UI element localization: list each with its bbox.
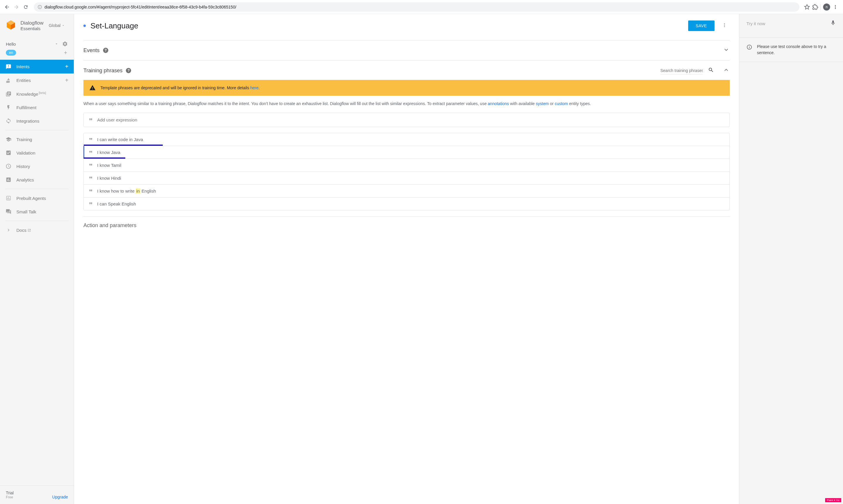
trial-section: Trial Free Upgrade — [0, 486, 74, 504]
nav-smalltalk[interactable]: Small Talk — [0, 205, 74, 218]
nav-prebuilt[interactable]: Prebuilt Agents — [0, 192, 74, 205]
phrase-text: I know Java — [97, 150, 120, 155]
nav-validation[interactable]: Validation — [0, 146, 74, 160]
chrome-menu-icon[interactable] — [832, 4, 838, 10]
arrow-right-icon — [14, 4, 19, 10]
help-icon[interactable]: ? — [103, 48, 108, 53]
agent-name[interactable]: Hello — [6, 41, 16, 47]
training-description: When a user says something similar to a … — [84, 101, 730, 107]
add-lang[interactable] — [63, 50, 68, 55]
paintx-badge: Paint X lite — [825, 498, 841, 502]
help-icon[interactable]: ? — [126, 68, 131, 73]
add-expression[interactable] — [84, 113, 730, 127]
expand-events[interactable] — [723, 46, 730, 54]
url-bar[interactable]: dialogflow.cloud.google.com/#/agent/mypr… — [34, 2, 800, 12]
custom-link[interactable]: custom — [555, 101, 568, 106]
lang-badge[interactable]: en — [6, 50, 16, 56]
search-phrases-input[interactable] — [660, 67, 703, 74]
action-section: Action and parameters — [84, 216, 730, 229]
star-icon[interactable] — [804, 4, 810, 10]
chevron-up-icon — [723, 67, 730, 73]
phrase-text: I know how to write in English — [97, 188, 156, 194]
external-link-icon — [28, 229, 31, 232]
browser-forward[interactable] — [12, 2, 21, 12]
nav-training[interactable]: Training — [0, 132, 74, 146]
add-entity[interactable]: + — [65, 77, 69, 84]
test-hint: Please use test console above to try a s… — [739, 37, 843, 62]
agent-settings[interactable] — [62, 41, 68, 47]
phrase-item[interactable]: I know Tamil — [84, 159, 730, 172]
try-it-input[interactable]: Try it now — [747, 21, 830, 26]
arrow-left-icon — [4, 4, 10, 10]
nav-integrations[interactable]: Integrations — [0, 114, 74, 128]
region-selector[interactable]: Global — [49, 23, 65, 28]
warning-icon — [89, 85, 96, 91]
section-title: Action and parameters — [84, 222, 137, 229]
add-intent[interactable]: + — [65, 63, 69, 70]
profile-avatar[interactable]: n — [823, 3, 830, 11]
phrase-item[interactable]: I know Java — [84, 146, 730, 159]
nav-label: Analytics — [16, 177, 69, 182]
entity-highlight[interactable]: in — [136, 188, 141, 194]
unsaved-indicator — [84, 24, 86, 27]
mic-button[interactable] — [830, 20, 836, 27]
phrase-text: I can write code in Java — [97, 137, 143, 142]
nav-entities[interactable]: Entities + — [0, 73, 74, 87]
intent-menu[interactable] — [719, 20, 730, 32]
site-settings-icon — [37, 5, 42, 10]
nav-label: Entities — [16, 78, 60, 83]
warning-link[interactable]: here — [250, 86, 258, 90]
save-button[interactable]: SAVE — [688, 20, 715, 31]
training-icon — [5, 136, 12, 143]
dialogflow-logo-icon — [5, 19, 17, 32]
chevron-down-icon — [723, 46, 730, 53]
mic-icon — [830, 20, 836, 26]
logo-title: Dialogflow — [20, 20, 43, 26]
annotations-link[interactable]: annotations — [488, 101, 509, 106]
phrase-item[interactable]: I know how to write in English — [84, 185, 730, 198]
nav-label: Prebuilt Agents — [16, 196, 69, 201]
phrase-item[interactable]: I know Hindi — [84, 172, 730, 185]
nav-label: Fulfillment — [16, 105, 69, 110]
integrations-icon — [5, 118, 12, 124]
info-icon — [747, 44, 752, 50]
sidebar: Dialogflow Essentials Global Hello en In… — [0, 14, 74, 504]
section-title: Events — [84, 48, 100, 54]
agent-dropdown[interactable] — [54, 42, 58, 46]
lang-row: en — [0, 48, 74, 60]
phrase-item[interactable]: I can Speak English — [84, 198, 730, 210]
browser-chrome: dialogflow.cloud.google.com/#/agent/mypr… — [0, 0, 843, 14]
browser-reload[interactable] — [21, 2, 31, 12]
chevron-down-icon — [54, 42, 58, 46]
nav-knowledge[interactable]: Knowledge[beta] — [0, 87, 74, 101]
quote-icon — [88, 201, 93, 206]
quote-icon — [88, 149, 93, 155]
collapse-training[interactable] — [723, 67, 730, 75]
browser-back[interactable] — [2, 2, 12, 12]
add-expression-input[interactable] — [97, 118, 725, 122]
prebuilt-icon — [5, 195, 12, 201]
warning-banner: Template phrases are deprecated and will… — [84, 80, 730, 96]
extensions-icon[interactable] — [812, 4, 818, 10]
nav-intents[interactable]: Intents + — [0, 60, 74, 73]
intent-title[interactable]: Set-Language — [90, 21, 683, 31]
nav-label: Knowledge[beta] — [16, 91, 69, 96]
nav-history[interactable]: History — [0, 160, 74, 173]
upgrade-link[interactable]: Upgrade — [52, 494, 68, 499]
nav-analytics[interactable]: Analytics — [0, 173, 74, 186]
phrase-item[interactable]: I can write code in Java — [84, 133, 730, 146]
nav-fulfillment[interactable]: Fulfillment — [0, 101, 74, 114]
search-button[interactable] — [708, 67, 714, 74]
knowledge-icon — [5, 91, 12, 97]
region-label: Global — [49, 23, 60, 28]
nav-label: Training — [16, 137, 69, 142]
annotation-underline — [84, 158, 125, 159]
training-section: Training phrases ? Template phrases are … — [84, 60, 730, 216]
dropdown-icon — [62, 24, 65, 27]
search-icon — [708, 67, 714, 73]
url-text: dialogflow.cloud.google.com/#/agent/mypr… — [44, 5, 236, 10]
system-link[interactable]: system — [536, 101, 549, 106]
nav-docs[interactable]: Docs — [0, 223, 74, 237]
quote-icon — [88, 137, 93, 142]
intent-header: Set-Language SAVE — [74, 14, 739, 38]
